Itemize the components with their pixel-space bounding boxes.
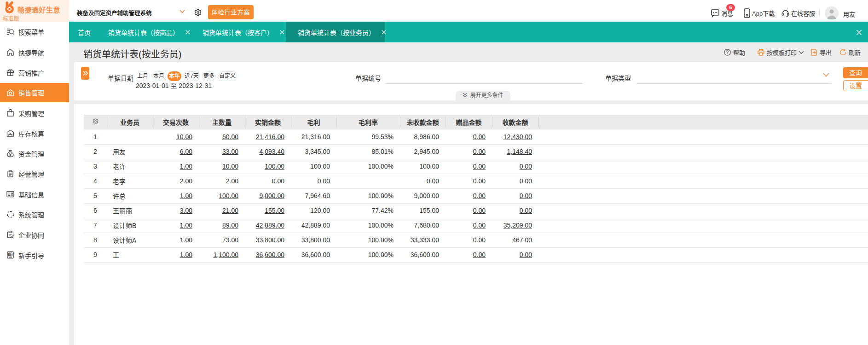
svg-text:新: 新 [9, 252, 12, 257]
